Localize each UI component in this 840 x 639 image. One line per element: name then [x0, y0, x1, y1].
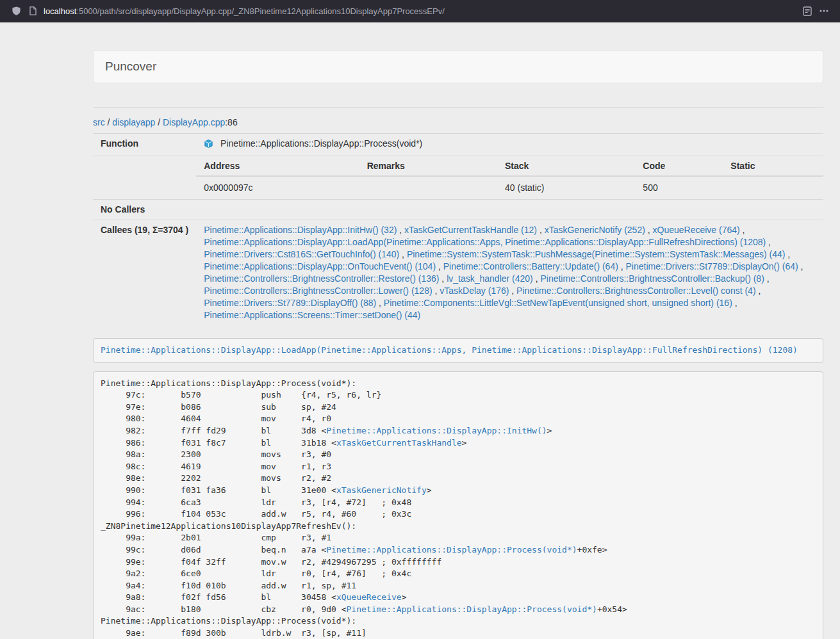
static-value — [723, 176, 823, 199]
stats-header-row: Address Remarks Stack Code Static — [196, 156, 823, 176]
callee-link[interactable]: Pinetime::Controllers::BrightnessControl… — [540, 273, 764, 284]
reader-view-icon[interactable] — [799, 3, 816, 19]
callee-link[interactable]: Pinetime::Drivers::St7789::DisplayOff() … — [204, 298, 376, 308]
url-host: localhost — [44, 6, 76, 16]
callee-link[interactable]: Pinetime::Applications::Screens::Timer::… — [204, 310, 420, 320]
callee-link[interactable]: xTaskGetCurrentTaskHandle (12) — [404, 225, 537, 235]
stats-row: Address Remarks Stack Code Static 0x0000… — [93, 156, 823, 200]
menu-icon[interactable] — [816, 3, 832, 19]
function-label: Function — [93, 134, 196, 156]
breadcrumb-link[interactable]: DisplayApp.cpp — [163, 117, 225, 127]
disasm-symbol-link[interactable]: Pinetime::Applications::DisplayApp::Proc… — [347, 604, 597, 614]
callee-link[interactable]: lv_task_handler (420) — [447, 273, 533, 284]
stats-label-empty — [93, 156, 196, 200]
function-name: Pinetime::Applications::DisplayApp::Proc… — [220, 138, 422, 149]
col-address: Address — [196, 156, 359, 176]
stats-table: Address Remarks Stack Code Static 0x0000… — [196, 156, 823, 199]
callees-row: Callees (19, Σ=3704 ) Pinetime::Applicat… — [93, 220, 823, 326]
url-bar[interactable]: localhost:5000/path/src/displayapp/Displ… — [44, 6, 445, 16]
divider — [93, 107, 823, 108]
col-static: Static — [723, 156, 823, 176]
callee-link[interactable]: Pinetime::Controllers::BrightnessControl… — [204, 286, 432, 296]
breadcrumb-link[interactable]: displayapp — [112, 117, 155, 127]
col-code: Code — [635, 156, 723, 176]
disasm-symbol-link[interactable]: xQueueReceive — [336, 592, 402, 602]
breadcrumb-separator: / — [155, 117, 163, 127]
callee-link[interactable]: Pinetime::Drivers::Cst816S::GetTouchInfo… — [204, 249, 399, 259]
browser-toolbar: localhost:5000/path/src/displayapp/Displ… — [0, 0, 840, 22]
callee-link[interactable]: xQueueReceive (764) — [653, 225, 740, 235]
snippet-block: Pinetime::Applications::DisplayApp::Load… — [93, 338, 823, 363]
disassembly-block: Pinetime::Applications::DisplayApp::Proc… — [93, 371, 823, 639]
disasm-symbol-link[interactable]: xTaskGetCurrentTaskHandle — [336, 438, 462, 448]
callee-link[interactable]: Pinetime::Applications::DisplayApp::OnTo… — [204, 261, 436, 271]
stats-values-row: 0x0000097c 40 (static) 500 — [196, 176, 823, 199]
no-callers-label: No Callers — [93, 200, 196, 220]
breadcrumb-separator: / — [105, 117, 113, 127]
col-remarks: Remarks — [359, 156, 497, 176]
function-row: Function Pinetime::Applications::Display… — [93, 134, 823, 156]
function-table: Function Pinetime::Applications::Display… — [93, 133, 823, 325]
callee-link[interactable]: Pinetime::Drivers::St7789::DisplayOn() (… — [626, 261, 798, 271]
callees-label: Callees (19, Σ=3704 ) — [93, 220, 196, 326]
code-value: 500 — [635, 176, 723, 199]
callee-link[interactable]: Pinetime::Controllers::Battery::Update()… — [443, 261, 618, 271]
function-icon — [204, 139, 213, 152]
snippet-link[interactable]: Pinetime::Applications::DisplayApp::Load… — [101, 345, 798, 355]
col-stack: Stack — [497, 156, 635, 176]
breadcrumb-link[interactable]: src — [93, 117, 105, 127]
page-icon[interactable] — [24, 3, 41, 19]
callee-link[interactable]: Pinetime::System::SystemTask::PushMessag… — [407, 249, 786, 259]
callee-link[interactable]: Pinetime::Components::LittleVgl::SetNewT… — [384, 298, 732, 308]
remarks-value — [359, 176, 497, 199]
address-value: 0x0000097c — [196, 176, 359, 199]
disasm-symbol-link[interactable]: Pinetime::Applications::DisplayApp::Proc… — [326, 545, 577, 554]
url-path: :5000/path/src/displayapp/DisplayApp.cpp… — [76, 6, 445, 16]
app-navbar: Puncover — [93, 50, 823, 83]
stack-value: 40 (static) — [497, 176, 635, 199]
callee-link[interactable]: Pinetime::Applications::DisplayApp::Init… — [204, 225, 397, 235]
callee-link[interactable]: Pinetime::Applications::DisplayApp::Load… — [204, 237, 766, 247]
disasm-symbol-link[interactable]: xTaskGenericNotify — [336, 485, 427, 495]
no-callers-empty — [196, 200, 823, 220]
shield-icon[interactable] — [8, 3, 24, 19]
callee-link[interactable]: Pinetime::Controllers::BrightnessControl… — [204, 273, 439, 284]
breadcrumb: src / displayapp / DisplayApp.cpp:86 — [93, 117, 823, 127]
page-title[interactable]: Puncover — [105, 60, 156, 74]
no-callers-row: No Callers — [93, 200, 823, 220]
callee-link[interactable]: xTaskGenericNotify (252) — [545, 225, 645, 235]
callees-list: Pinetime::Applications::DisplayApp::Init… — [196, 220, 823, 326]
callee-link[interactable]: Pinetime::Controllers::BrightnessControl… — [516, 286, 755, 296]
callee-link[interactable]: vTaskDelay (176) — [440, 286, 509, 296]
breadcrumb-line-number: :86 — [225, 117, 237, 127]
disasm-symbol-link[interactable]: Pinetime::Applications::DisplayApp::Init… — [326, 426, 547, 435]
page-content: Puncover src / displayapp / DisplayApp.c… — [93, 22, 823, 639]
